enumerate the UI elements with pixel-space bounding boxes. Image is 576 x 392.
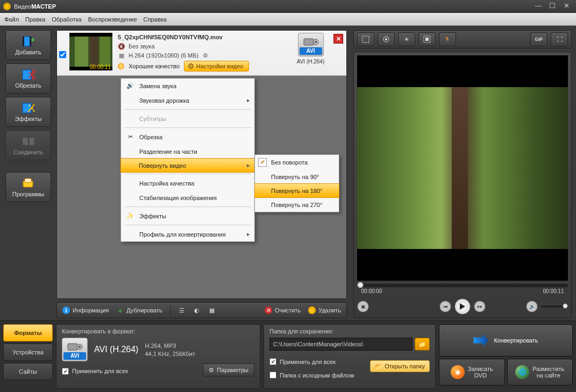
crop-tool-button[interactable] xyxy=(357,32,374,46)
format-icon-button[interactable]: AVI xyxy=(62,338,88,361)
apply-all-format[interactable]: ✔Применить для всех xyxy=(62,368,128,375)
rotate-270[interactable]: Повернуть на 270° xyxy=(255,197,339,212)
maximize-button[interactable]: ☐ xyxy=(546,2,559,11)
parameters-button[interactable]: ⚙Параметры xyxy=(203,364,254,376)
convert-arrow-icon xyxy=(473,333,488,348)
publish-web-button[interactable]: 🌐 Разместитьна сайте xyxy=(507,359,573,386)
preview-frame: 00:00:00 00:00:11 ▣ ⏮ ⏭ 🔊 xyxy=(353,52,572,318)
duplicate-button[interactable]: +Дублировать xyxy=(116,307,162,314)
tab-formats[interactable]: Форматы xyxy=(3,324,53,341)
svg-rect-13 xyxy=(25,179,31,182)
view-grid-button[interactable]: ▦ xyxy=(208,307,216,314)
svg-rect-2 xyxy=(30,37,31,46)
format-panel-title: Конвертировать в формат: xyxy=(62,328,254,334)
file-row[interactable]: 00:00:11 5_Q2xpCHNfSEQ0NDY0NTVfMQ.mov 🔇Б… xyxy=(57,31,346,76)
ctx-split[interactable]: Разделение на части xyxy=(121,144,254,159)
save-path-input[interactable]: C:\Users\ContentManager\Videos\ xyxy=(269,338,413,351)
minimize-button[interactable]: — xyxy=(532,2,545,11)
tab-devices[interactable]: Устройства xyxy=(3,344,53,361)
browse-button[interactable]: 📁 xyxy=(415,338,430,351)
close-button[interactable]: ✕ xyxy=(560,2,573,11)
ctx-subtitles: Субтитры xyxy=(121,111,254,126)
time-current: 00:00:00 xyxy=(357,288,386,294)
video-settings-button[interactable]: Настройки видео xyxy=(184,61,250,72)
globe-icon: 🌐 xyxy=(515,365,529,379)
target-format[interactable]: AVI AVI (H.264) xyxy=(293,33,328,65)
rotate-180[interactable]: Повернуть на 180° xyxy=(254,183,339,198)
add-label: Добавить xyxy=(15,49,41,55)
menu-file[interactable]: Файл xyxy=(4,16,19,23)
tab-sites[interactable]: Сайты xyxy=(3,363,53,380)
snapshot-button[interactable]: ▣ xyxy=(357,301,369,312)
join-label: Соединить xyxy=(13,149,44,155)
file-thumbnail[interactable]: 00:00:11 xyxy=(69,33,112,70)
settings-small-icon[interactable]: ⚙ xyxy=(202,52,209,59)
ctx-stabilize[interactable]: Стабилизация изображения xyxy=(121,190,254,205)
menu-edit[interactable]: Правка xyxy=(25,16,45,23)
cut-button[interactable]: Обрезать xyxy=(5,63,51,94)
app-logo-icon xyxy=(3,3,11,10)
ctx-crop[interactable]: ✂ Обрезка xyxy=(121,130,254,144)
prev-button[interactable]: ⏮ xyxy=(439,301,451,312)
ctx-effects[interactable]: ✨ Эффекты xyxy=(121,209,254,223)
codec-icon: ▦ xyxy=(118,52,125,59)
volume-slider[interactable] xyxy=(541,305,568,308)
convert-button[interactable]: Конвертировать xyxy=(439,324,573,357)
join-button[interactable]: Соединить xyxy=(5,130,51,160)
play-button[interactable] xyxy=(454,298,471,315)
menu-process[interactable]: Обработка xyxy=(52,16,81,23)
save-panel: Папка для сохранения: C:\Users\ContentMa… xyxy=(264,324,436,389)
burn-dvd-button[interactable]: ◉ ЗаписатьDVD xyxy=(439,359,505,386)
next-button[interactable]: ⏭ xyxy=(474,301,486,312)
fullscreen-button[interactable]: ⛶ xyxy=(551,32,568,46)
format-audio-line: 44,1 KHz, 256Кбит xyxy=(145,351,195,357)
file-list: 00:00:11 5_Q2xpCHNfSEQ0NDY0NTVfMQ.mov 🔇Б… xyxy=(56,30,347,299)
menu-help[interactable]: Справка xyxy=(144,16,167,23)
clear-button[interactable]: ✕Очистить xyxy=(265,307,301,314)
mute-icon: 🔇 xyxy=(118,42,125,50)
enhance-button[interactable] xyxy=(378,32,395,46)
ctx-audio-track[interactable]: Звуковая дорожка xyxy=(121,93,254,108)
brightness-button[interactable]: ☀ xyxy=(398,32,415,46)
svg-rect-23 xyxy=(362,36,369,42)
title-bar: ВидеоМАСТЕР — ☐ ✕ xyxy=(0,0,576,13)
ctx-profile[interactable]: Профиль для конвертирования xyxy=(121,227,254,241)
frame-button[interactable] xyxy=(418,32,436,46)
programs-button[interactable]: Программы xyxy=(5,172,51,202)
ctx-rotate[interactable]: Повернуть видео xyxy=(120,158,255,173)
same-folder-check[interactable]: Папка с исходным файлом xyxy=(269,372,354,379)
camcorder-icon xyxy=(303,35,319,47)
open-folder-button[interactable]: 📂Открыть папку xyxy=(370,360,430,372)
view-list-button[interactable]: ☰ xyxy=(178,307,186,314)
view-toggle[interactable]: ◐ xyxy=(193,307,201,314)
speed-button[interactable]: 🏃 xyxy=(439,32,456,46)
menu-playback[interactable]: Воспроизведение xyxy=(88,16,137,23)
gif-button[interactable]: GIF xyxy=(530,32,547,46)
volume-button[interactable]: 🔊 xyxy=(526,301,538,312)
save-panel-title: Папка для сохранения: xyxy=(269,328,430,334)
delete-icon: − xyxy=(308,307,316,314)
format-codec-line: H.264, MP3 xyxy=(145,343,195,349)
format-panel: Конвертировать в формат: AVI AVI (H.264)… xyxy=(56,324,260,389)
svg-point-5 xyxy=(32,76,35,79)
video-preview[interactable] xyxy=(357,55,568,281)
rotate-none[interactable]: ✔ Без поворота xyxy=(255,155,339,169)
remove-file-button[interactable]: ✕ xyxy=(333,34,343,44)
info-button[interactable]: iИнформация xyxy=(62,307,109,314)
rotate-submenu: ✔ Без поворота Повернуть на 90° Повернут… xyxy=(254,154,339,212)
delete-button[interactable]: −Удалить xyxy=(308,307,341,314)
apply-all-save[interactable]: ✔Применить для всех xyxy=(269,358,354,365)
effects-button[interactable]: Эффекты xyxy=(5,97,51,127)
check-icon: ✔ xyxy=(258,158,267,167)
crop-icon: ✂ xyxy=(124,131,136,143)
programs-label: Программы xyxy=(12,191,44,197)
ctx-quality[interactable]: Настройка качества xyxy=(121,176,254,190)
ctx-replace-audio[interactable]: 🔊 Замена звука xyxy=(121,79,254,93)
duration-label: 00:00:11 xyxy=(90,64,111,70)
file-checkbox[interactable] xyxy=(59,51,66,58)
add-film-icon xyxy=(21,35,36,47)
seek-bar[interactable] xyxy=(357,284,568,287)
add-button[interactable]: Добавить xyxy=(5,30,51,60)
rotate-90[interactable]: Повернуть на 90° xyxy=(255,169,339,184)
scissors-icon xyxy=(21,69,36,81)
